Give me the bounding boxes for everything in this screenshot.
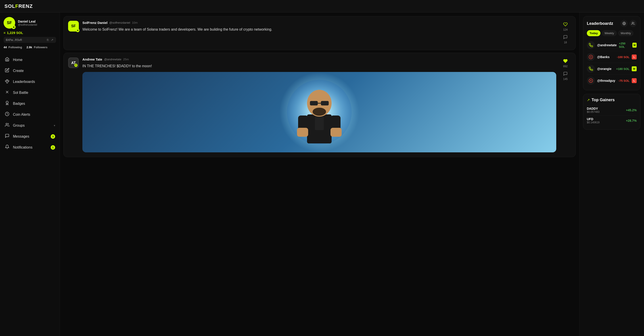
sidebar-item-sol-battle[interactable]: Sol Battle xyxy=(0,87,60,98)
main-feed: SF ★ SolFrenz Daniel @solfrenzdaniel 10m… xyxy=(60,13,579,336)
post-header: Andrew Tate @andrewtate 25m xyxy=(82,57,556,61)
messages-icon xyxy=(4,134,10,139)
leaderboard-item: @threadguy -75 SOL L xyxy=(587,75,637,87)
sidebar-item-label-groups: Groups xyxy=(13,124,24,128)
svg-rect-13 xyxy=(297,128,308,137)
like-button[interactable]: 124 xyxy=(562,21,569,33)
post-time: 10m xyxy=(132,21,138,24)
top-gainers-icon: ↗ xyxy=(587,98,590,102)
post-author-handle: @andrewtate xyxy=(104,58,122,61)
post-author-handle: @solfrenzdaniel xyxy=(110,21,130,24)
coin-alerts-icon xyxy=(4,112,10,117)
gainer-item: UFD $0.140619 +28.7% xyxy=(587,116,637,126)
logo: SOLFRENZ xyxy=(4,3,33,9)
sidebar-item-coin-alerts[interactable]: Coin Alerts xyxy=(0,109,60,120)
lb-sol: +180 SOL xyxy=(616,67,630,71)
profile-handle: @solfrenzdaniel xyxy=(18,23,37,26)
lb-handle: @Banks xyxy=(597,55,615,59)
sidebar-item-create[interactable]: Create xyxy=(0,65,60,76)
wallet-row: BXFw...RSvR ⎘ ↗ xyxy=(4,37,56,43)
lb-badge: W xyxy=(632,43,637,48)
gainer-pct: +28.7% xyxy=(626,119,637,122)
following-stat: 44 Following xyxy=(4,46,22,49)
gainer-item: DADDY $0.057483 +45.2% xyxy=(587,105,637,116)
sidebar-item-leaderboards[interactable]: Leaderboards xyxy=(0,76,60,87)
svg-rect-21 xyxy=(315,117,324,130)
sidebar-item-notifications[interactable]: Notifications 1 xyxy=(0,142,60,153)
gainer-name: UFD xyxy=(587,117,600,121)
heart-icon xyxy=(563,59,568,64)
sidebar-item-label-badges: Badges xyxy=(13,102,25,106)
post-author-name: SolFrenz Daniel xyxy=(82,21,108,25)
image-glow xyxy=(279,72,360,152)
sidebar-item-label-coin-alerts: Coin Alerts xyxy=(13,113,30,117)
badges-icon xyxy=(4,101,10,106)
comment-button[interactable]: 145 xyxy=(562,70,569,82)
sol-balance: 1,229 SOL xyxy=(4,31,56,35)
lb-avatar xyxy=(587,65,595,73)
post-card: AT ★ Andrew Tate @andrewtate 25m IN THE … xyxy=(64,53,576,157)
lb-sol: -100 SOL xyxy=(617,55,630,59)
open-wallet-button[interactable]: ↗ xyxy=(50,38,54,42)
lb-badge: L xyxy=(632,78,637,83)
sol-battle-icon xyxy=(4,90,10,95)
tab-monthly[interactable]: Monthly xyxy=(618,30,634,36)
sidebar-item-label-create: Create xyxy=(13,69,24,73)
tab-weekly[interactable]: Weekly xyxy=(602,30,616,36)
globe-button[interactable] xyxy=(620,20,628,27)
users-button[interactable] xyxy=(630,20,637,27)
leaderboard-card: Leaderboardz Today Weekly Monthly xyxy=(583,16,640,90)
post-actions: 124 18 xyxy=(560,21,571,45)
post-text: IN THE TRENCHES! $DADDY to the moon! xyxy=(82,64,556,69)
gainer-pct: +45.2% xyxy=(626,108,637,112)
svg-rect-14 xyxy=(330,128,342,137)
notifications-badge: 1 xyxy=(51,145,55,150)
post-time: 25m xyxy=(123,58,128,61)
svg-point-2 xyxy=(6,101,8,103)
like-count: 892 xyxy=(563,65,568,68)
top-gainers-card: ↗ Top Gainers DADDY $0.057483 +45.2% UFD… xyxy=(583,94,640,130)
leaderboard-tabs: Today Weekly Monthly xyxy=(587,30,637,36)
svg-rect-18 xyxy=(321,101,329,105)
avatar: SF ★ xyxy=(4,17,15,29)
comment-button[interactable]: 18 xyxy=(562,34,569,45)
post-author-name: Andrew Tate xyxy=(82,57,102,61)
sidebar-item-label-messages: Messages xyxy=(13,135,29,139)
post-header: SolFrenz Daniel @solfrenzdaniel 10m xyxy=(82,21,556,25)
like-button[interactable]: 892 xyxy=(562,57,569,69)
sidebar-item-badges[interactable]: Badges xyxy=(0,98,60,109)
create-icon xyxy=(4,68,10,74)
heart-icon xyxy=(563,22,568,28)
comment-count: 145 xyxy=(563,78,568,81)
sidebar-item-groups[interactable]: Groups ▾ xyxy=(0,120,60,131)
comment-icon xyxy=(563,72,568,77)
topbar: SOLFRENZ xyxy=(0,0,644,13)
svg-point-24 xyxy=(632,22,633,23)
post-card: SF ★ SolFrenz Daniel @solfrenzdaniel 10m… xyxy=(64,16,576,50)
copy-wallet-button[interactable]: ⎘ xyxy=(46,38,49,42)
messages-badge: 3 xyxy=(51,134,55,139)
gainer-price: $0.140619 xyxy=(587,121,600,124)
notifications-icon xyxy=(4,145,10,150)
profile-name: Daniel Leal xyxy=(18,20,37,23)
lb-handle: @threadguy xyxy=(597,79,616,82)
groups-chevron-icon: ▾ xyxy=(54,124,55,127)
sidebar-item-label-leaderboards: Leaderboards xyxy=(13,80,35,84)
svg-point-4 xyxy=(6,123,7,125)
sidebar-item-messages[interactable]: Messages 3 xyxy=(0,131,60,142)
top-gainers-title: Top Gainers xyxy=(592,98,615,102)
lb-badge: L xyxy=(632,55,637,60)
svg-rect-17 xyxy=(310,101,318,105)
wallet-address: BXFw...RSvR xyxy=(6,39,45,42)
home-icon xyxy=(4,57,10,63)
profile-section: SF ★ Daniel Leal @solfrenzdaniel 1,229 S… xyxy=(0,13,60,53)
post-body: SolFrenz Daniel @solfrenzdaniel 10m Welc… xyxy=(82,21,556,45)
avatar-star: ★ xyxy=(12,25,16,29)
leaderboard-item: @orangie +180 SOL W xyxy=(587,63,637,75)
post-avatar: AT ★ xyxy=(68,57,79,68)
nav-section: Home Create Leaderboards Sol Battle xyxy=(0,53,60,155)
leaderboard-title: Leaderboardz xyxy=(587,21,613,26)
sidebar-item-home[interactable]: Home xyxy=(0,54,60,65)
tab-today[interactable]: Today xyxy=(587,30,600,36)
lb-sol: +250 SOL xyxy=(619,42,630,49)
